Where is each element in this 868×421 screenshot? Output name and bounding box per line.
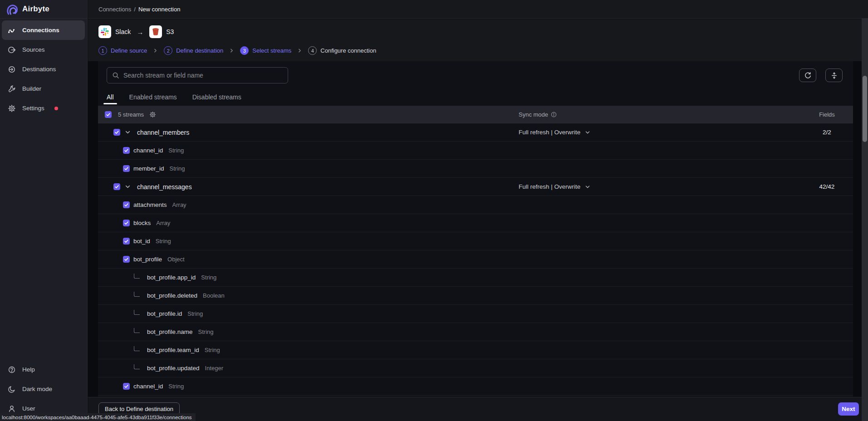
moon-icon — [8, 385, 16, 393]
name-cell: bot_profile.nameString — [98, 323, 519, 341]
stream-row[interactable]: channel_membersFull refresh | Overwrite2… — [98, 123, 853, 142]
sync-mode-value: Full refresh | Overwrite — [519, 183, 580, 190]
chevron-down-icon — [585, 184, 590, 190]
field-row[interactable]: blocksArray — [98, 214, 853, 232]
field-type: Array — [156, 220, 170, 226]
name-cell: bot_profile.app_idString — [98, 269, 519, 286]
field-checkbox[interactable] — [123, 238, 130, 245]
refresh-schema-button[interactable] — [799, 69, 816, 82]
field-row[interactable]: bot_profileObject — [98, 250, 853, 269]
name-cell: channel_members — [98, 123, 519, 141]
sources-icon — [8, 46, 16, 54]
tab-all[interactable]: All — [103, 89, 117, 104]
chevron-down-icon[interactable] — [125, 184, 131, 190]
field-row[interactable]: member_idString — [98, 160, 853, 178]
tab-enabled-streams[interactable]: Enabled streams — [126, 89, 180, 104]
field-row[interactable]: bot_profile.idString — [98, 305, 853, 323]
sidebar-item-destinations[interactable]: Destinations — [2, 59, 85, 79]
search-input[interactable] — [123, 72, 288, 79]
field-checkbox[interactable] — [123, 383, 130, 390]
sync-mode-cell — [519, 232, 801, 250]
field-row[interactable]: bot_profile.team_idString — [98, 341, 853, 359]
sidebar-item-dark-mode[interactable]: Dark mode — [2, 379, 85, 399]
field-name: bot_profile.updated — [147, 365, 200, 372]
sync-mode-cell — [519, 341, 801, 359]
name-cell: bot_profile.deletedBoolean — [98, 287, 519, 304]
field-checkbox[interactable] — [123, 256, 130, 263]
field-row[interactable]: channel_idString — [98, 142, 853, 160]
stream-checkbox[interactable] — [113, 183, 120, 190]
fields-count: 2/2 — [823, 129, 831, 136]
step-define-destination[interactable]: 2Define destination — [164, 46, 223, 55]
step-define-source[interactable]: 1Define source — [98, 46, 147, 55]
select-all-checkbox[interactable] — [105, 111, 112, 118]
sidebar-item-help[interactable]: Help — [2, 360, 85, 379]
step-label: Select streams — [252, 47, 291, 54]
chevron-down-icon[interactable] — [125, 129, 131, 135]
notification-dot — [54, 107, 58, 110]
stream-row[interactable]: channel_messagesFull refresh | Overwrite… — [98, 178, 853, 196]
name-cell: bot_profile.team_idString — [98, 341, 519, 359]
field-type: String — [168, 383, 184, 390]
sidebar-item-label: Help — [22, 366, 35, 373]
sidebar-item-settings[interactable]: Settings — [2, 98, 85, 118]
fields-cell — [801, 160, 853, 177]
stream-checkbox[interactable] — [113, 129, 120, 136]
source-name: Slack — [115, 28, 131, 35]
sidebar-item-builder[interactable]: Builder — [2, 79, 85, 98]
next-button[interactable]: Next — [838, 402, 859, 416]
sync-mode-dropdown[interactable]: Full refresh | Overwrite — [519, 183, 590, 190]
field-row[interactable]: bot_profile.nameString — [98, 323, 853, 341]
name-cell: bot_idString — [98, 232, 519, 250]
field-type: String — [170, 165, 185, 172]
field-row[interactable]: attachmentsArray — [98, 196, 853, 214]
sidebar-item-label: Settings — [22, 105, 44, 112]
breadcrumb-parent[interactable]: Connections — [98, 6, 131, 13]
field-row[interactable]: bot_idString — [98, 232, 853, 250]
field-checkbox[interactable] — [123, 201, 130, 208]
scrollbar-track[interactable] — [862, 19, 868, 421]
step-number: 4 — [308, 46, 317, 55]
field-checkbox[interactable] — [123, 165, 130, 172]
settings-icon — [8, 104, 16, 113]
field-type: String — [205, 347, 220, 353]
tree-connector-icon — [134, 364, 140, 369]
fields-count: 42/42 — [819, 183, 835, 190]
connections-icon — [8, 26, 16, 34]
check-icon — [124, 257, 129, 262]
field-row[interactable]: channel_idString — [98, 377, 853, 396]
step-label: Define destination — [176, 47, 223, 54]
tree-connector-icon — [134, 346, 140, 351]
sidebar: Airbyte ConnectionsSourcesDestinationsBu… — [0, 0, 88, 421]
info-icon[interactable] — [551, 112, 557, 117]
streams-count: 5 streams — [118, 111, 144, 118]
sync-mode-cell — [519, 359, 801, 377]
field-name: channel_id — [133, 147, 163, 154]
field-name: bot_profile.team_id — [147, 347, 199, 353]
field-type: String — [198, 328, 214, 335]
fields-cell — [801, 269, 853, 286]
name-cell: channel_idString — [98, 142, 519, 159]
field-row[interactable]: bot_profile.updatedInteger — [98, 359, 853, 377]
search-icon — [112, 72, 119, 79]
field-checkbox[interactable] — [123, 147, 130, 154]
streams-settings-gear-icon[interactable] — [149, 111, 156, 118]
field-row[interactable]: bot_profile.deletedBoolean — [98, 287, 853, 305]
field-checkbox[interactable] — [123, 220, 130, 226]
scrollbar-thumb[interactable] — [863, 76, 867, 142]
sync-mode-dropdown[interactable]: Full refresh | Overwrite — [519, 129, 590, 136]
tab-disabled-streams[interactable]: Disabled streams — [189, 89, 245, 104]
sidebar-item-sources[interactable]: Sources — [2, 40, 85, 59]
sidebar-item-connections[interactable]: Connections — [2, 20, 85, 40]
check-icon — [124, 384, 129, 389]
field-name: bot_profile.id — [147, 310, 182, 317]
sync-mode-cell — [519, 160, 801, 177]
expand-collapse-button[interactable] — [825, 69, 843, 82]
app-logo[interactable]: Airbyte — [0, 0, 87, 19]
field-row[interactable]: bot_profile.app_idString — [98, 269, 853, 287]
name-cell: bot_profile.updatedInteger — [98, 359, 519, 377]
step-configure-connection: 4Configure connection — [308, 46, 376, 55]
fields-header-cell: Fields — [801, 106, 853, 123]
step-select-streams[interactable]: 3Select streams — [240, 46, 291, 55]
name-cell: channel_idString — [98, 377, 519, 395]
